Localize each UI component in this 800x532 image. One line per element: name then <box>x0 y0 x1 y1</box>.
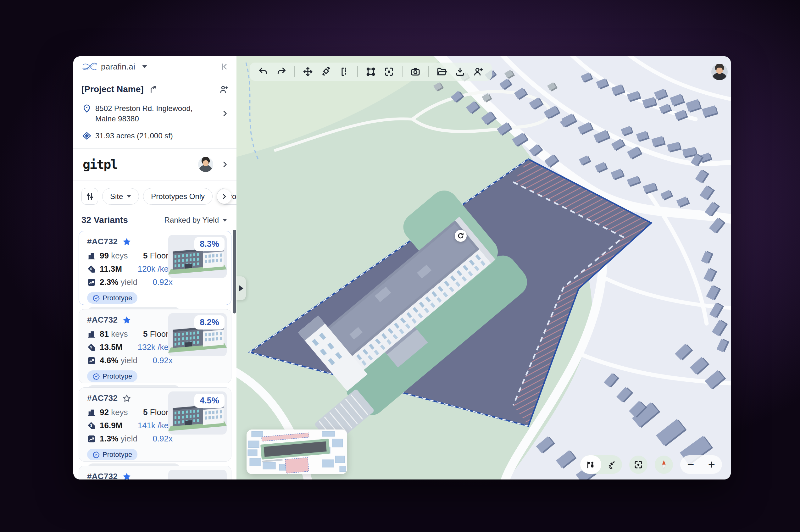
compass-needle-icon <box>659 459 669 470</box>
price-stat: 11.3M <box>100 264 138 274</box>
scrollbar-thumb[interactable] <box>233 230 236 314</box>
tune-icon <box>85 192 95 201</box>
zoom-control: − + <box>680 455 722 474</box>
site-area-icon <box>81 131 92 141</box>
yield-badge: 8.3% <box>194 237 225 251</box>
variant-id: #AC732 <box>87 237 118 247</box>
project-area: 31.93 acres (21,000 sf) <box>95 131 173 140</box>
filters-scroll-right-button[interactable] <box>217 189 231 204</box>
undo-icon[interactable] <box>258 66 269 77</box>
floors-stat: 5 Floors <box>138 407 173 417</box>
camera-icon[interactable] <box>410 66 421 77</box>
tag-label: Prototype <box>102 294 132 302</box>
filter-settings-button[interactable] <box>81 188 98 205</box>
variant-id: #AC732 <box>87 393 118 403</box>
filter-site-label: Site <box>110 192 123 201</box>
recenter-button[interactable] <box>629 456 647 474</box>
branch-icon[interactable] <box>149 84 158 94</box>
minimap[interactable] <box>247 430 347 474</box>
add-collaborator-icon[interactable] <box>219 84 229 94</box>
floors-stat: 5 Floors <box>138 251 173 261</box>
boundary-icon[interactable] <box>365 66 376 77</box>
brand[interactable]: parafin.ai <box>81 61 147 73</box>
compass[interactable] <box>655 456 673 474</box>
price-tag-icon: $ <box>87 343 96 352</box>
per-key-stat: 120k /key <box>138 264 173 274</box>
map-canvas[interactable]: − + <box>236 56 731 479</box>
project-name[interactable]: [Project Name] <box>81 84 144 94</box>
sidebar-expand-handle[interactable] <box>236 277 246 300</box>
partner-avatar <box>198 157 213 172</box>
floors-stat: 5 Floors <box>138 329 173 339</box>
variants-sort[interactable]: Ranked by Yield <box>165 216 227 225</box>
location-pin-icon <box>81 103 92 113</box>
redo-icon[interactable] <box>276 66 287 77</box>
variant-card[interactable]: #AC732 92 keys 5 Floors $ 16.9M 141k /ke… <box>79 387 231 461</box>
focus-region-icon[interactable] <box>384 66 394 77</box>
prototype-tag: Prototype <box>87 449 137 460</box>
project-section: [Project Name] 8502 Preston Rd. Inglewoo… <box>73 77 236 149</box>
yield-stat: 4.6% yield <box>100 356 138 365</box>
per-key-stat: 141k /key <box>138 421 173 431</box>
chevron-right-icon[interactable] <box>221 160 229 169</box>
rotate-cw-icon <box>457 232 464 240</box>
rotate-icon[interactable] <box>321 66 331 77</box>
variant-stats: 99 keys 5 Floors $ 11.3M 120k /key 2.3% … <box>87 251 173 287</box>
minimap-plan <box>247 430 347 474</box>
address-row[interactable]: 8502 Preston Rd. Inglewood, Maine 98380 <box>81 103 229 124</box>
open-folder-icon[interactable] <box>437 66 447 77</box>
filter-site[interactable]: Site <box>102 188 139 205</box>
recenter-icon <box>634 460 643 470</box>
variants-header: 32 Variants Ranked by Yield <box>73 212 236 230</box>
user-avatar[interactable] <box>711 64 728 80</box>
variant-card[interactable]: #AC732 81 keys 5 Floors $ 13.5M 132k /ke… <box>79 309 231 383</box>
building-rotate-handle[interactable] <box>455 230 467 242</box>
chevron-right-icon[interactable] <box>221 109 229 118</box>
download-icon[interactable] <box>455 66 465 77</box>
map-view-icon <box>586 460 595 470</box>
filter-prototypes-only[interactable]: Prototypes Only <box>143 188 213 205</box>
star-filled-icon[interactable] <box>122 237 131 247</box>
variant-card[interactable]: #AC732 $ <box>79 466 231 479</box>
variant-card[interactable]: #AC732 99 keys 5 Floors $ 11.3M 120k /ke… <box>79 231 231 305</box>
yield-chart-icon <box>87 435 96 443</box>
satellite-view-button[interactable] <box>601 455 622 474</box>
star-filled-icon[interactable] <box>122 472 131 479</box>
badge-check-icon <box>93 294 100 302</box>
area-row: 31.93 acres (21,000 sf) <box>81 131 229 141</box>
yield-stat: 1.3% yield <box>100 434 138 444</box>
variant-thumbnail: 8.3% <box>168 235 227 278</box>
price-tag-icon: $ <box>87 421 96 430</box>
zoom-in-button[interactable]: + <box>701 455 722 474</box>
multiple-stat: 0.92x <box>138 356 173 365</box>
map-view-button[interactable] <box>580 455 601 474</box>
toolbar-separator <box>357 66 358 77</box>
brand-caret-icon[interactable] <box>142 65 147 68</box>
star-outline-icon[interactable] <box>122 394 131 403</box>
svg-text:$: $ <box>90 345 92 349</box>
collapse-sidebar-icon[interactable] <box>220 62 229 71</box>
variant-list[interactable]: #AC732 99 keys 5 Floors $ 11.3M 120k /ke… <box>73 230 236 479</box>
move-icon[interactable] <box>303 66 313 77</box>
variants-count: 32 Variants <box>81 215 128 225</box>
chevron-down-icon <box>127 195 131 198</box>
keys-stat: 92 keys <box>100 407 138 417</box>
badge-check-icon <box>93 451 100 458</box>
star-filled-icon[interactable] <box>122 315 131 325</box>
keys-stat: 99 keys <box>100 251 138 261</box>
tag-label: Prototype <box>102 372 132 380</box>
zoom-out-button[interactable]: − <box>680 455 701 474</box>
map-controls: − + <box>580 455 722 474</box>
filters-row: Site Prototypes Only Progra <box>73 180 236 212</box>
variants-sort-label: Ranked by Yield <box>165 216 219 225</box>
variant-stats: 81 keys 5 Floors $ 13.5M 132k /key 4.6% … <box>87 329 173 365</box>
chevron-right-icon <box>239 285 243 291</box>
toolbar-separator <box>428 66 429 77</box>
variant-building-render <box>168 470 227 479</box>
price-stat: 16.9M <box>100 421 138 431</box>
add-person-icon[interactable] <box>473 66 484 77</box>
mirror-icon[interactable] <box>339 66 350 77</box>
partner-row[interactable]: gitpl <box>73 149 236 180</box>
price-stat: 13.5M <box>100 342 138 352</box>
building-icon <box>87 330 96 339</box>
